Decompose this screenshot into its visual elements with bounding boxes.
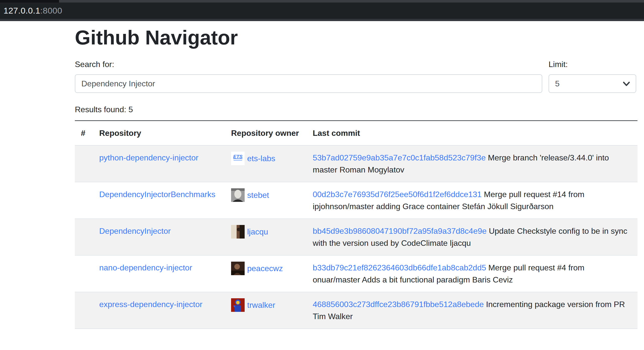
- row-number-cell: [75, 255, 93, 292]
- active-tab-edge: [0, 0, 59, 3]
- owner-link[interactable]: peacecwz: [247, 262, 283, 274]
- owner-link[interactable]: ljacqu: [247, 226, 268, 238]
- row-number-cell: [75, 182, 93, 219]
- header-repository: Repository: [93, 121, 225, 146]
- url-host: 127.0.0.1: [4, 6, 40, 16]
- table-header-row: # Repository Repository owner Last commi…: [75, 121, 637, 146]
- page-content: Github Navigator Search for: Limit: 5: [0, 21, 644, 329]
- repo-link[interactable]: DependencyInjectorBenchmarks: [99, 190, 215, 199]
- owner-link[interactable]: stebet: [247, 189, 269, 201]
- owner-avatar-ets-labs: ETS: [231, 152, 245, 165]
- commit-hash-link[interactable]: bb45d9e3b98608047190bf72a95fa9a37d8c4e9e: [313, 226, 487, 236]
- table-row: nano-dependency-injector: [75, 255, 637, 292]
- header-owner: Repository owner: [225, 121, 307, 146]
- commit-hash-link[interactable]: 468856003c273dffce23b86791fbbe512a8ebede: [313, 300, 484, 309]
- owner-avatar-trwalker: [231, 298, 245, 312]
- row-number-cell: [75, 292, 93, 329]
- commit-hash-link[interactable]: 53b7ad02759e9ab35a7e7c0c1fab58d523c79f3e: [313, 153, 486, 162]
- results-table: # Repository Repository owner Last commi…: [75, 120, 637, 329]
- owner-link[interactable]: trwalker: [247, 299, 275, 311]
- url-port: :8000: [40, 6, 62, 16]
- row-number-cell: [75, 145, 93, 182]
- repo-link[interactable]: python-dependency-injector: [99, 153, 198, 162]
- owner-avatar-stebet: [231, 188, 245, 202]
- browser-tabstrip: [0, 0, 644, 3]
- table-row: express-dependency-injector: [75, 292, 637, 329]
- page-title: Github Navigator: [75, 26, 637, 49]
- owner-avatar-ljacqu: [231, 225, 245, 239]
- chevron-down-icon: [623, 81, 630, 87]
- repo-link[interactable]: express-dependency-injector: [99, 300, 202, 309]
- browser-window: 127.0.0.1:8000 Github Navigator Search f…: [0, 0, 644, 329]
- row-number-cell: [75, 219, 93, 255]
- limit-select-value: 5: [555, 79, 560, 88]
- table-row: python-dependency-injector ETS: [75, 145, 637, 182]
- browser-url-bar[interactable]: 127.0.0.1:8000: [0, 3, 644, 19]
- table-row: DependencyInjectorBenchmarks: [75, 182, 637, 219]
- svg-text:ETS: ETS: [233, 154, 243, 159]
- owner-avatar-peacecwz: [231, 262, 245, 275]
- repo-link[interactable]: DependencyInjector: [99, 226, 171, 236]
- header-number: #: [75, 121, 93, 146]
- owner-link[interactable]: ets-labs: [247, 152, 275, 164]
- search-label: Search for:: [75, 58, 542, 70]
- repo-link[interactable]: nano-dependency-injector: [99, 263, 192, 272]
- chrome-bottom-edge: [0, 19, 644, 21]
- table-row: DependencyInjector: [75, 219, 637, 255]
- search-input[interactable]: [75, 74, 542, 93]
- limit-label: Limit:: [549, 58, 636, 70]
- header-last-commit: Last commit: [307, 121, 637, 146]
- search-form: Search for: Limit: 5: [75, 58, 637, 93]
- commit-hash-link[interactable]: 00d2b3c7e76935d76f25ee50f6d1f2ef6ddce131: [313, 190, 482, 199]
- commit-hash-link[interactable]: b33db79c21ef8262364603db66dfe1ab8cab2dd5: [313, 263, 486, 272]
- limit-select[interactable]: 5: [549, 74, 636, 93]
- results-count: Results found: 5: [75, 105, 637, 114]
